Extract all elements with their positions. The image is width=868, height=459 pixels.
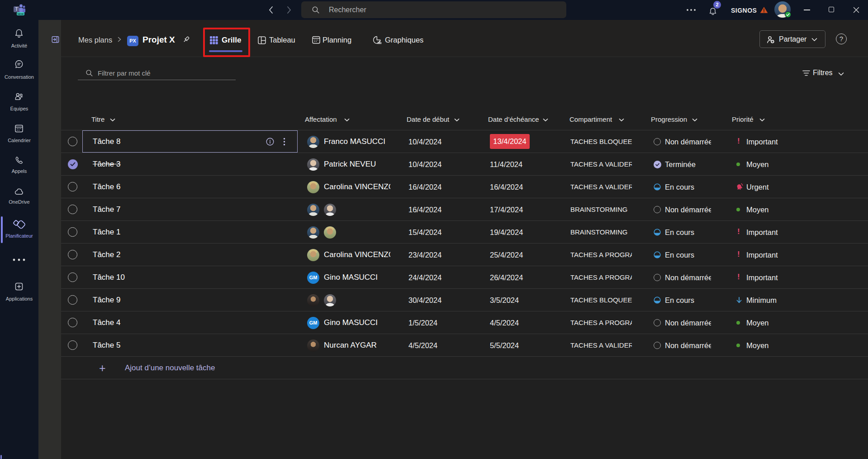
svg-text:T: T bbox=[15, 7, 18, 12]
